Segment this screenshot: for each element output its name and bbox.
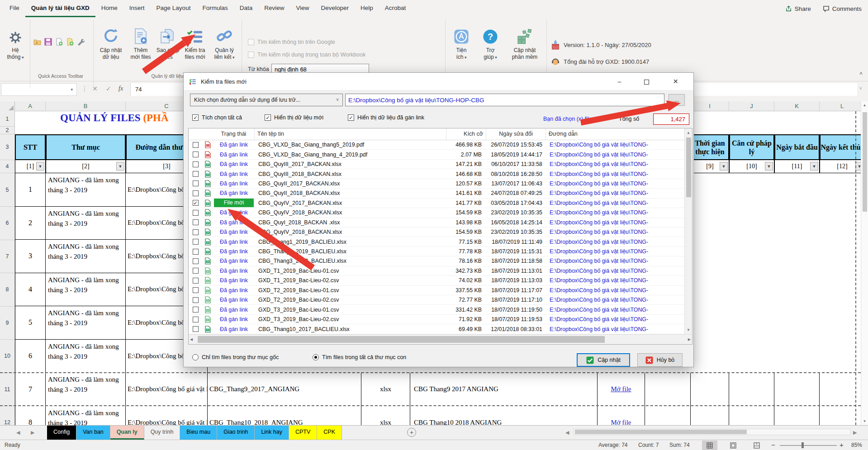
scroll-down-icon[interactable]: ▼ <box>685 328 692 332</box>
cell-empty[interactable] <box>729 373 774 406</box>
zoom-out-icon[interactable]: − <box>771 441 775 449</box>
sheet-tab-cptv[interactable]: CPTV <box>289 426 317 440</box>
cell-stt[interactable]: 1 <box>15 173 46 207</box>
sheet-tab-link-hay[interactable]: Link hay <box>255 426 289 440</box>
cell-path[interactable]: E:\Dropbox\Công bố giá vật li <box>126 373 208 406</box>
folder-icon[interactable]: e <box>33 38 41 46</box>
cell-open-file-link[interactable]: Mở file <box>598 373 645 406</box>
file-row[interactable]: aĐã gán linkGXD_T2_2019_Bac-Lieu-02.csv7… <box>189 295 684 305</box>
sheet-tab-giao-trinh[interactable]: Giao trinh <box>217 426 255 440</box>
sheet-title-cell[interactable]: QUẢN LÝ FILES (PHẦ <box>60 112 169 124</box>
zoom-in-icon[interactable]: + <box>840 441 844 449</box>
new-sheet-button[interactable]: + <box>407 428 416 437</box>
sheet-tab-quy-trinh[interactable]: Quy trinh <box>144 426 180 440</box>
update-data-button[interactable]: Cập nhật dữ liệu <box>96 20 126 77</box>
cell-empty[interactable] <box>774 373 820 406</box>
row-checkbox[interactable] <box>193 249 199 255</box>
row-checkbox[interactable] <box>193 307 199 313</box>
filter-cell-I[interactable]: [9]▼ <box>691 160 729 173</box>
sheet-vertical-scrollbar[interactable]: ▲ ▼ <box>861 101 868 425</box>
scroll-left-icon[interactable]: ◀ <box>190 337 193 341</box>
row-checkbox[interactable] <box>193 180 199 186</box>
add-files-button[interactable]: Thêm mới files <box>128 20 154 77</box>
save-icon[interactable] <box>44 38 52 46</box>
filter-cell-J[interactable]: [10]▼ <box>729 160 774 173</box>
new-folder-file-icon[interactable] <box>66 38 74 46</box>
utilities-button[interactable]: Tiện ích <box>449 20 474 77</box>
row-checkbox[interactable] <box>193 229 199 235</box>
cell-filename[interactable]: CBG_Thang9_2017_ANGIANG <box>208 373 361 406</box>
cell-stt[interactable]: 7 <box>15 373 46 406</box>
filter-cell-K[interactable]: [11]▼ <box>774 160 820 173</box>
scroll-down-icon[interactable]: ▼ <box>861 419 868 423</box>
show-new-checkbox[interactable]: ✓ Hiển thị dữ liệu mới <box>265 114 323 121</box>
cell-folder[interactable]: ANGIANG - đã làm xong tháng 3 - 2019 <box>46 306 126 340</box>
cell-description[interactable]: CBG Thang9 2017 ANGIANG <box>410 373 598 406</box>
cell-folder[interactable]: ANGIANG - đã làm xong tháng 3 - 2019 <box>46 273 126 307</box>
minimize-button[interactable]: – <box>609 73 630 90</box>
hscroll-left-icon[interactable]: ◀ <box>565 430 569 436</box>
row-header-7[interactable]: 7 <box>0 240 14 273</box>
zoom-slider-thumb[interactable] <box>802 442 804 448</box>
cell-stt[interactable]: 4 <box>15 273 46 307</box>
select-all-corner[interactable] <box>0 101 15 111</box>
col-status[interactable]: Trạng thái <box>213 128 255 140</box>
col-modified[interactable]: Ngày sửa đổi <box>486 128 546 140</box>
row-headers[interactable]: 123456789101112 <box>0 111 15 425</box>
prev-sheet-icon[interactable]: ◀ <box>16 430 20 436</box>
sheet-tab-quan-ly[interactable]: Quan ly <box>110 426 144 440</box>
table-header-L[interactable]: Ngày kết thúc <box>820 134 865 160</box>
file-row[interactable]: XĐã gán linkCBG_Thang1_2019_BACLIEU.xlsx… <box>189 237 684 246</box>
normal-view-button[interactable] <box>702 441 717 450</box>
row-checkbox[interactable] <box>193 219 199 225</box>
row-header-1[interactable]: 1 <box>0 111 14 127</box>
hscroll-right-icon[interactable]: ▶ <box>853 430 857 436</box>
cell-ext[interactable]: xlsx <box>361 373 410 406</box>
file-row[interactable]: XĐã gán linkCBG_QuyII_2018_BACKAN.xlsx14… <box>189 189 684 198</box>
cell-folder[interactable]: ANGIANG - đã làm xong tháng 3 - 2019 <box>46 373 126 406</box>
file-row[interactable]: XĐã gán linkCBG_Thang2_2019_BACLIEU.xlsx… <box>189 247 684 256</box>
dialog-title-bar[interactable]: Kiểm tra files mới – ✕ <box>184 73 693 90</box>
row-header-4[interactable]: 4 <box>0 160 14 173</box>
file-list-header[interactable]: Trạng thái Tên tệp tin Kích cỡ Ngày sửa … <box>189 128 692 140</box>
table-header-K[interactable]: Ngày bắt đầu <box>774 134 820 160</box>
row-checkbox[interactable] <box>193 326 199 332</box>
row-checkbox[interactable] <box>193 171 199 177</box>
cell-empty[interactable] <box>691 373 729 406</box>
filter-dropdown-icon[interactable]: ▼ <box>765 162 773 171</box>
scrollbar-thumb[interactable] <box>198 336 605 343</box>
zoom-level[interactable]: 85% <box>851 442 862 448</box>
filter-dropdown-icon[interactable]: ▼ <box>116 162 124 171</box>
manage-links-button[interactable]: Quản lý liên kết <box>210 20 239 77</box>
filter-dropdown-icon[interactable]: ▼ <box>36 162 44 171</box>
file-row[interactable]: aĐã gán linkGXD_T2_2019_Bac-Lieu-01.csv3… <box>189 286 684 295</box>
row-checkbox[interactable]: ✓ <box>193 200 199 206</box>
table-header-A[interactable]: STT <box>15 134 46 160</box>
scroll-up-icon[interactable]: ▲ <box>861 103 868 107</box>
system-menu-button[interactable]: Hệ thống <box>3 20 28 77</box>
file-row[interactable]: XĐã gán linkCBG_QuyIII_2018_BACKAN.xlsx1… <box>189 169 684 179</box>
row-header-3[interactable]: 3 <box>0 134 14 160</box>
cell-empty[interactable] <box>820 373 865 406</box>
row-header-9[interactable]: 9 <box>0 306 14 340</box>
open-file-link[interactable]: Mở file <box>611 385 631 393</box>
page-break-view-button[interactable] <box>749 441 764 450</box>
table-header-J[interactable]: Căn cứ pháp lý <box>729 134 774 160</box>
file-row[interactable]: aĐã gán linkGXD_T3_2019_Bac-Lieu-02.csv7… <box>189 315 684 324</box>
filter-cell-L[interactable]: [12]▼ <box>820 160 865 173</box>
radio-subfolders[interactable]: Tìm files trong tất cả thư mục con <box>313 354 406 360</box>
column-header-L[interactable]: L <box>820 101 865 111</box>
scrollbar-thumb[interactable] <box>575 430 747 434</box>
collapse-ribbon-icon[interactable]: ˄ <box>859 71 863 77</box>
file-row[interactable]: XĐã gán linkCBG_QuyI_2018_BACKAN .xlsx14… <box>189 218 684 227</box>
row-checkbox[interactable] <box>193 190 199 196</box>
row-checkbox[interactable] <box>193 317 199 322</box>
select-all-checkbox[interactable]: ✓ Tích chọn tất cả <box>192 114 242 121</box>
file-row[interactable]: PDFĐã gán linkCBG_VLXD_Bac_Giang_thang5_… <box>189 140 684 150</box>
scroll-right-icon[interactable]: ▶ <box>688 337 691 341</box>
file-row[interactable]: aĐã gán linkGXD_T1_2019_Bac-Lieu-01.csv3… <box>189 266 684 276</box>
filter-cell-B[interactable]: [2]▼ <box>46 160 126 173</box>
software-update-button[interactable]: Cập nhật phần mềm <box>507 20 543 77</box>
wrench-icon[interactable] <box>77 38 85 46</box>
row-header-10[interactable]: 10 <box>0 340 14 373</box>
